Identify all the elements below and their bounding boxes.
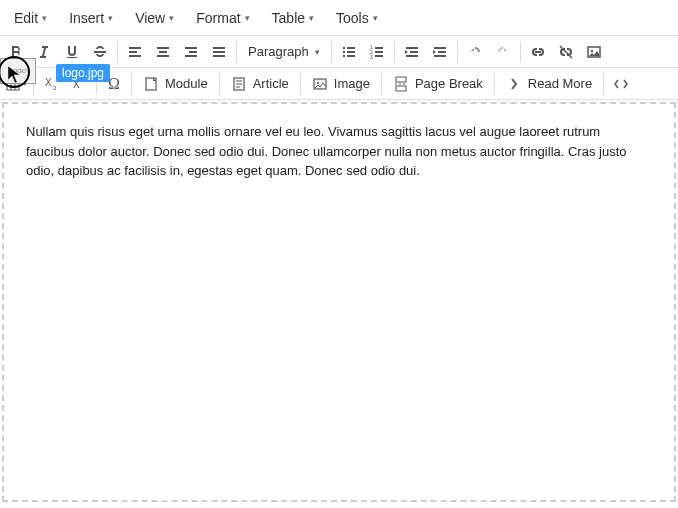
align-left-button[interactable] — [121, 38, 149, 66]
outdent-button[interactable] — [398, 38, 426, 66]
read-more-label: Read More — [528, 76, 592, 91]
link-button[interactable] — [524, 38, 552, 66]
image-label: Image — [334, 76, 370, 91]
indent-button[interactable] — [426, 38, 454, 66]
svg-rect-18 — [396, 86, 406, 91]
divider — [603, 73, 604, 95]
numbered-list-button[interactable]: 123 — [363, 38, 391, 66]
svg-text:2: 2 — [53, 85, 57, 91]
undo-button[interactable] — [461, 38, 489, 66]
page-break-button[interactable]: Page Break — [385, 70, 491, 98]
svg-point-0 — [343, 46, 345, 48]
menu-view-label: View — [135, 10, 165, 26]
divider — [381, 73, 382, 95]
svg-point-16 — [317, 82, 319, 84]
menu-insert[interactable]: Insert▾ — [59, 4, 123, 32]
menu-table[interactable]: Table▾ — [262, 4, 324, 32]
svg-point-1 — [343, 50, 345, 52]
caret-icon: ▾ — [245, 13, 250, 23]
svg-point-7 — [591, 49, 593, 51]
redo-button[interactable] — [489, 38, 517, 66]
divider — [219, 73, 220, 95]
menu-edit-label: Edit — [14, 10, 38, 26]
divider — [300, 73, 301, 95]
menu-view[interactable]: View▾ — [125, 4, 184, 32]
divider — [394, 41, 395, 63]
image-icon-button[interactable] — [580, 38, 608, 66]
paragraph-label: Paragraph — [248, 44, 309, 59]
caret-icon: ▾ — [373, 13, 378, 23]
module-label: Module — [165, 76, 208, 91]
caret-icon: ▾ — [108, 13, 113, 23]
unlink-button[interactable] — [552, 38, 580, 66]
article-button[interactable]: Article — [223, 70, 297, 98]
source-code-button[interactable] — [607, 70, 635, 98]
menu-format-label: Format — [196, 10, 240, 26]
caret-icon: ▾ — [309, 13, 314, 23]
align-center-button[interactable] — [149, 38, 177, 66]
menu-insert-label: Insert — [69, 10, 104, 26]
editor-content[interactable]: Nullam quis risus eget urna mollis ornar… — [14, 114, 664, 189]
svg-text:3: 3 — [370, 54, 373, 60]
page-break-label: Page Break — [415, 76, 483, 91]
editor-area[interactable]: Nullam quis risus eget urna mollis ornar… — [2, 102, 676, 502]
divider — [117, 41, 118, 63]
insert-image-button[interactable]: Image — [304, 70, 378, 98]
divider — [331, 41, 332, 63]
svg-rect-17 — [396, 77, 406, 82]
drag-thumbnail: LOGO — [0, 58, 36, 84]
strikethrough-button[interactable] — [86, 38, 114, 66]
divider — [236, 41, 237, 63]
read-more-button[interactable]: Read More — [498, 70, 600, 98]
menu-tools-label: Tools — [336, 10, 369, 26]
divider — [494, 73, 495, 95]
bullet-list-button[interactable] — [335, 38, 363, 66]
svg-text:X: X — [45, 77, 52, 88]
caret-icon: ▾ — [42, 13, 47, 23]
menu-edit[interactable]: Edit▾ — [4, 4, 57, 32]
article-label: Article — [253, 76, 289, 91]
module-button[interactable]: Module — [135, 70, 216, 98]
menu-format[interactable]: Format▾ — [186, 4, 259, 32]
svg-point-2 — [343, 54, 345, 56]
menu-tools[interactable]: Tools▾ — [326, 4, 388, 32]
caret-icon: ▾ — [315, 47, 320, 57]
caret-icon: ▾ — [169, 13, 174, 23]
paragraph-dropdown[interactable]: Paragraph▾ — [240, 38, 328, 66]
underline-button[interactable] — [58, 38, 86, 66]
menubar: Edit▾ Insert▾ View▾ Format▾ Table▾ Tools… — [0, 0, 678, 36]
align-justify-button[interactable] — [205, 38, 233, 66]
divider — [457, 41, 458, 63]
divider — [520, 41, 521, 63]
menu-table-label: Table — [272, 10, 305, 26]
drag-tooltip: logo.jpg — [56, 64, 110, 82]
divider — [131, 73, 132, 95]
align-right-button[interactable] — [177, 38, 205, 66]
